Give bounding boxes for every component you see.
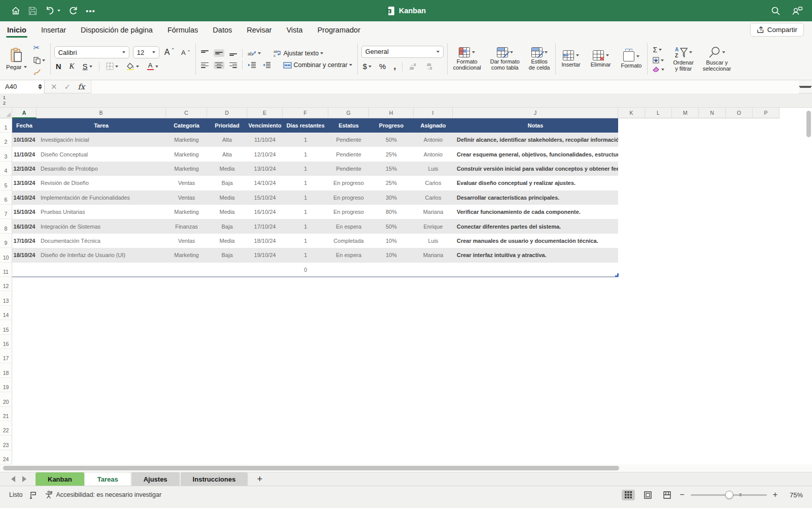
ribbon-tab-revisar[interactable]: Revisar [247, 26, 272, 34]
row-header-23[interactable]: 23 [0, 435, 12, 450]
cell-J2[interactable]: Definir alcance, identificar stakeholder… [453, 133, 618, 147]
table-header-notas[interactable]: Notas [453, 118, 618, 133]
cell-I8[interactable]: Enrique [414, 219, 453, 233]
cell-F7[interactable]: 1 [283, 205, 328, 219]
align-center-button[interactable] [214, 61, 224, 69]
cell-D2[interactable]: Alta [207, 133, 247, 147]
table-header-fecha[interactable]: Fecha [12, 118, 37, 133]
decrease-font-button[interactable]: A⌄ [180, 48, 192, 57]
cell-B2[interactable]: Investigación Inicial [37, 133, 166, 147]
ribbon-tab-formulas[interactable]: Fórmulas [167, 26, 198, 34]
home-icon[interactable] [11, 6, 20, 15]
column-header-A[interactable]: A [12, 108, 37, 118]
cell-J10[interactable]: Crear interfaz intuitiva y atractiva. [453, 248, 618, 262]
align-middle-button[interactable] [214, 49, 224, 57]
cut-button[interactable]: ✂ [32, 42, 47, 53]
cell-J4[interactable]: Construir versión inicial para validar c… [453, 162, 618, 176]
vertical-scrollbar[interactable] [806, 111, 811, 137]
cell-J3[interactable]: Crear esquema general, objetivos, funcio… [453, 147, 618, 161]
cell-B4[interactable]: Desarrollo de Prototipo [37, 162, 166, 176]
orientation-button[interactable]: ab [246, 49, 262, 58]
table-header-categoria[interactable]: Categoría [166, 118, 207, 133]
cell-F4[interactable]: 1 [283, 162, 328, 176]
cell-J7[interactable]: Verificar funcionamiento de cada compone… [453, 205, 618, 219]
ribbon-tab-disposicion-de-pagina[interactable]: Disposición de página [81, 26, 153, 34]
undo-button[interactable] [45, 6, 60, 15]
column-header-D[interactable]: D [207, 108, 247, 118]
borders-button[interactable] [105, 61, 120, 71]
column-header-F[interactable]: F [283, 108, 328, 118]
table-header-estatus[interactable]: Estatus [328, 118, 369, 133]
format-as-table-button[interactable]: Dar formatocomo tabla [488, 46, 522, 72]
row-header-21[interactable]: 21 [0, 407, 12, 421]
row-header-19[interactable]: 19 [0, 378, 12, 392]
row-header-15[interactable]: 15 [0, 320, 12, 334]
wrap-text-button[interactable]: ab c Ajustar texto [272, 48, 324, 58]
cell-C6[interactable]: Ventas [166, 190, 207, 205]
horizontal-scrollbar-thumb[interactable] [3, 466, 619, 470]
row-header-22[interactable]: 22 [0, 421, 12, 435]
cell-A10[interactable]: 18/10/24 [12, 248, 37, 262]
column-header-C[interactable]: C [166, 108, 207, 118]
ribbon-tab-vista[interactable]: Vista [286, 26, 302, 34]
row-header-7[interactable]: 7 [0, 205, 12, 219]
cell-B8[interactable]: Integración de Sistemas [37, 219, 166, 233]
column-header-O[interactable]: O [726, 108, 753, 118]
sort-filter-button[interactable]: A Z Ordenary filtrar [671, 45, 695, 73]
find-select-button[interactable]: Buscar yseleccionar [701, 45, 733, 73]
column-header-L[interactable]: L [645, 108, 672, 118]
row-header-2[interactable]: 2 [0, 133, 12, 147]
cell-E4[interactable]: 13/10/24 [247, 162, 283, 176]
cell-D7[interactable]: Media [207, 205, 247, 219]
table-header-dias-restantes[interactable]: Días restantes [283, 118, 328, 133]
column-header-J[interactable]: J [453, 108, 618, 118]
row-header-17[interactable]: 17 [0, 349, 12, 363]
select-all-corner[interactable] [0, 108, 12, 118]
cell-E8[interactable]: 17/10/24 [247, 219, 283, 233]
column-header-N[interactable]: N [699, 108, 726, 118]
more-icon[interactable]: ••• [86, 7, 95, 15]
sheet-nav-left-icon[interactable] [11, 476, 15, 482]
table-header-tarea[interactable]: Tarea [37, 118, 166, 133]
cell-D5[interactable]: Baja [207, 176, 247, 190]
row-header-16[interactable]: 16 [0, 335, 12, 349]
cell-A3[interactable]: 11/10/24 [12, 147, 37, 161]
cell-G8[interactable]: En espera [328, 219, 369, 233]
redo-icon[interactable] [69, 6, 78, 15]
normal-view-button[interactable] [622, 490, 635, 500]
formula-input[interactable] [91, 80, 799, 93]
cell-I3[interactable]: Antonio [414, 147, 453, 161]
font-name-select[interactable]: Calibri [54, 46, 129, 58]
format-painter-button[interactable] [32, 68, 47, 76]
cell-H2[interactable]: 50% [369, 133, 414, 147]
fill-color-button[interactable] [125, 61, 141, 71]
column-header-I[interactable]: I [414, 108, 453, 118]
table-resize-handle[interactable] [615, 273, 619, 277]
cell-A7[interactable]: 15/10/24 [12, 205, 37, 219]
search-icon[interactable] [771, 6, 781, 16]
align-top-button[interactable] [199, 49, 210, 57]
clear-button[interactable] [651, 66, 666, 73]
increase-indent-button[interactable] [261, 61, 272, 69]
row-header-24[interactable]: 24 [0, 450, 12, 464]
page-break-view-button[interactable] [660, 490, 673, 500]
row-header-1[interactable]: 1 [0, 118, 12, 133]
cell-A8[interactable]: 16/10/24 [12, 219, 37, 233]
sheet-tab-kanban[interactable]: Kanban [36, 472, 84, 486]
row-header-8[interactable]: 8 [0, 219, 12, 233]
column-header-B[interactable]: B [37, 108, 166, 118]
cell-B5[interactable]: Revisión de Diseño [37, 176, 166, 190]
accessibility-status-label[interactable]: Accesibilidad: es necesario investigar [56, 491, 161, 498]
row-header-5[interactable]: 5 [0, 176, 12, 190]
function-icon[interactable]: fx [78, 82, 85, 91]
cell-C10[interactable]: Marketing [166, 248, 207, 262]
cell-G9[interactable]: Completada [328, 234, 369, 248]
cell-G6[interactable]: En progreso [328, 190, 369, 205]
cell-E5[interactable]: 14/10/24 [247, 176, 283, 190]
autosum-button[interactable]: Σ [651, 45, 666, 55]
column-header-P[interactable]: P [753, 108, 780, 118]
cell-E2[interactable]: 11/10/24 [247, 133, 283, 147]
cell-F10[interactable]: 1 [283, 248, 328, 262]
align-bottom-button[interactable] [228, 49, 239, 57]
cell-F8[interactable]: 1 [283, 219, 328, 233]
